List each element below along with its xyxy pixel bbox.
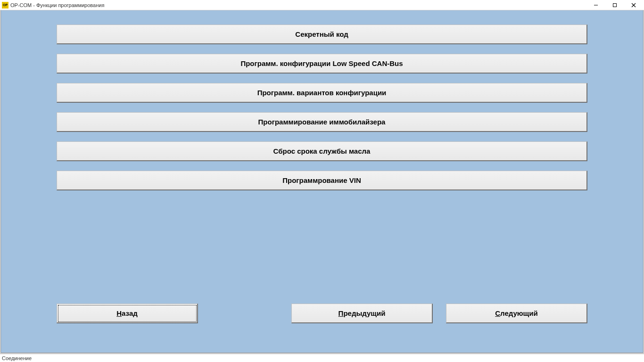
button-label: Сброс срока службы масла	[273, 147, 371, 155]
button-label: Программирование иммобилайзера	[258, 118, 386, 126]
vin-programming-button[interactable]: Программрование VIN	[57, 171, 587, 190]
button-label: Программрование VIN	[282, 176, 361, 184]
oil-life-reset-button[interactable]: Сброс срока службы масла	[57, 141, 587, 161]
button-label: Программ. конфигурации Low Speed CAN-Bus	[240, 59, 403, 67]
statusbar: Соединение	[0, 354, 644, 362]
close-button[interactable]	[624, 0, 643, 10]
app-icon: OP	[2, 2, 8, 8]
button-label: Секретный код	[295, 30, 348, 38]
client-area: Секретный код Программ. конфигурации Low…	[0, 10, 644, 353]
next-button[interactable]: Следующий	[446, 304, 587, 323]
window-controls	[586, 0, 643, 10]
button-label: Назад	[116, 309, 138, 317]
svg-rect-1	[613, 3, 617, 7]
maximize-button[interactable]	[605, 0, 624, 10]
options-list: Секретный код Программ. конфигурации Low…	[1, 10, 643, 190]
button-label: Программ. вариантов конфигурации	[257, 89, 387, 97]
secret-code-button[interactable]: Секретный код	[57, 25, 587, 44]
status-text: Соединение	[2, 355, 32, 361]
titlebar-left: OP OP-COM - Функции программирования	[2, 2, 104, 8]
variant-config-button[interactable]: Программ. вариантов конфигурации	[57, 83, 587, 103]
titlebar: OP OP-COM - Функции программирования	[0, 0, 644, 10]
previous-button[interactable]: Предыдущий	[291, 304, 433, 323]
window-title: OP-COM - Функции программирования	[10, 2, 104, 8]
back-button[interactable]: Назад	[57, 304, 198, 323]
button-label: Предыдущий	[339, 309, 386, 317]
low-speed-canbus-config-button[interactable]: Программ. конфигурации Low Speed CAN-Bus	[57, 54, 587, 74]
nav-right-group: Предыдущий Следующий	[291, 304, 587, 323]
minimize-button[interactable]	[586, 0, 605, 10]
immobilizer-programming-button[interactable]: Программирование иммобилайзера	[57, 112, 587, 132]
button-label: Следующий	[495, 309, 537, 317]
nav-row: Назад Предыдущий Следующий	[57, 304, 587, 323]
